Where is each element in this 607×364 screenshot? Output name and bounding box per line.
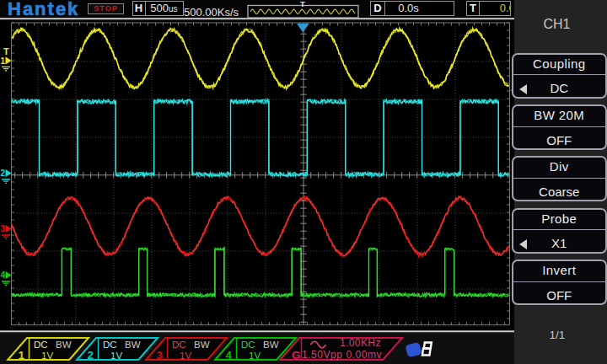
svg-text:DC: DC (103, 340, 117, 350)
svg-text:DC: DC (172, 340, 186, 350)
svg-text:4: 4 (1, 270, 6, 280)
svg-text:DC: DC (34, 340, 48, 350)
svg-text:2: 2 (88, 349, 94, 361)
svg-text:1: 1 (19, 349, 25, 361)
svg-text:T: T (3, 46, 9, 56)
svg-text:BW: BW (263, 340, 279, 350)
svg-text:1.50Vpp 0.00mv: 1.50Vpp 0.00mv (302, 349, 383, 361)
svg-text:G: G (292, 349, 301, 361)
svg-text:1: 1 (1, 56, 6, 66)
svg-text:4: 4 (226, 349, 233, 361)
svg-text:1V: 1V (110, 351, 122, 361)
svg-text:3: 3 (157, 349, 164, 361)
svg-text:1.00KHz: 1.00KHz (340, 337, 381, 349)
svg-text:BW: BW (194, 340, 210, 350)
svg-text:DC: DC (241, 340, 255, 350)
svg-text:1V: 1V (180, 351, 191, 361)
svg-text:1V: 1V (249, 351, 261, 361)
svg-text:T: T (300, 0, 305, 8)
svg-text:2: 2 (1, 169, 6, 178)
svg-text:1V: 1V (41, 351, 53, 361)
svg-text:BW: BW (125, 340, 141, 350)
svg-text:BW: BW (56, 340, 72, 350)
svg-text:3: 3 (1, 224, 6, 233)
